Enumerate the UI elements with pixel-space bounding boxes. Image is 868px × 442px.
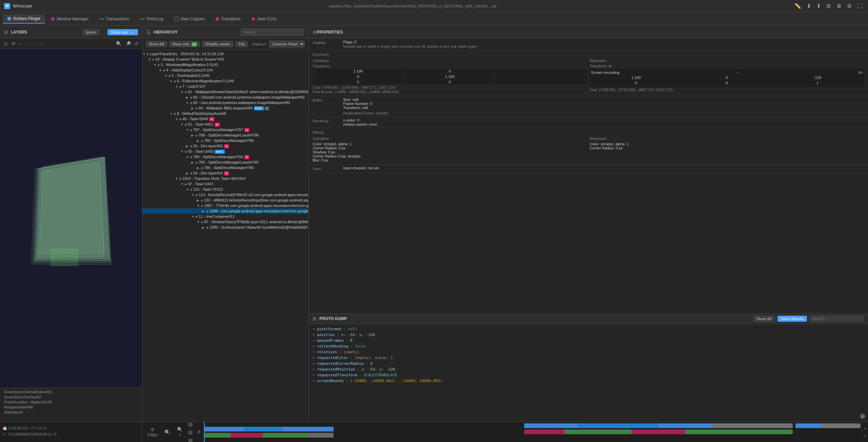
hierarchy-search-input[interactable] [241, 29, 304, 36]
flat-btn[interactable]: Flat [235, 41, 248, 47]
target-icon-btn[interactable]: ⊙ [3, 40, 9, 47]
timeline-nav: ‹ › [862, 422, 868, 442]
tree-node[interactable]: ▼◈1914 - Transition Root: Task=46#1914 [142, 176, 308, 181]
edit-btn[interactable]: ✏️ [793, 1, 803, 10]
tree-layer-icon: ◈ [190, 188, 193, 191]
tree-node[interactable]: ▼◈4 - HideDisplayCutout:0:1#4 [142, 67, 308, 73]
tree-node[interactable]: ▼◈81 - WallpaperWindowToken{fcfbcd7 toke… [142, 89, 308, 94]
proto-item: •requestedPosition:x: -54, y: -120 [313, 366, 864, 372]
upload-btn[interactable]: ⬆ [815, 1, 822, 10]
tree-node[interactable]: ▼◈49 - Task=2#49H [142, 116, 308, 122]
tree-layer-icon: ◈ [174, 79, 176, 83]
zoom-in-timeline-btn[interactable]: 🔍+ [175, 426, 185, 439]
zoom-out-timeline-btn[interactable]: 🔍- [163, 428, 173, 436]
displays-select[interactable]: Common Panel [269, 41, 305, 47]
tree-node[interactable]: ▼◈51 - Task=4#51H [142, 122, 308, 127]
tree-node[interactable]: ▼◈43 - Display 0 name="Built-in Screen"#… [142, 57, 308, 62]
filter-btn[interactable]: ⚙ Filter [144, 426, 161, 439]
tree-node[interactable]: ▶◈785 - SplitDecorManagerLeash#785 [142, 160, 308, 165]
tree-node[interactable]: ▶◈789 - SplitDecorManager#789 [142, 138, 308, 143]
tree-node[interactable]: ▶◈55 - Dim layer#55H [142, 143, 308, 149]
tree-label: 50 - Task=3#50 [188, 149, 213, 153]
layer-toggle-2[interactable]: ▤ [187, 428, 194, 436]
timeline-track-2[interactable] [523, 422, 794, 442]
tab-jank-cujs[interactable]: Jank CUJs [247, 15, 281, 23]
tree-node[interactable]: ▶◈788 - SplitDecorManagerLeash#788 [142, 132, 308, 138]
proto-show-defaults-btn[interactable]: Show defaults [777, 316, 807, 322]
ignore-btn[interactable]: Ignore [83, 29, 99, 35]
proto-info-icon[interactable]: ℹ [860, 414, 865, 419]
tree-node[interactable]: ▶◈786 - SplitDecorManager#786 [142, 165, 308, 170]
timeline-track[interactable] [203, 422, 523, 442]
tree-node[interactable]: ▼◈1887 - 77fdc4b com.google.android.apps… [142, 203, 308, 208]
proto-show-diff-btn[interactable]: Show diff [753, 316, 775, 322]
list-item[interactable]: ScreenDecorOverlayBottom#63 [0, 390, 142, 395]
tree-arrow: ▼ [175, 177, 179, 181]
proto-search-input[interactable] [810, 316, 864, 322]
expand-btn[interactable]: ⛶ [856, 2, 864, 10]
proto-item: •refreshPending:false [313, 343, 864, 349]
tree-node[interactable]: ▼◈7 - Leaf:0:1#7 [142, 84, 308, 89]
nav-prev-btn[interactable]: ‹ [864, 425, 867, 432]
zoom-in-btn[interactable]: 🔎 [124, 40, 132, 47]
tab-transitions[interactable]: Transitions [211, 15, 245, 23]
tree-node[interactable]: ▼◈3 - WindowedMagnification:0:31#3 [142, 62, 308, 67]
simplify-names-btn[interactable]: Simplify names [202, 41, 234, 47]
layer-toggle-1[interactable]: ▤ [187, 420, 194, 428]
download-btn[interactable]: ⬇ [805, 1, 812, 10]
proto-key: requestedColor [317, 356, 349, 360]
badge-h: H [224, 171, 229, 175]
tree-node[interactable]: ▼◈LayerTraceEntry - 2024-03-31, 14:31:05… [142, 51, 308, 57]
tree-node[interactable]: ▼◈784 - SplitDecorManager#784H [142, 154, 308, 160]
reset-timeline-btn[interactable]: ↺ [196, 428, 202, 436]
refresh-btn[interactable]: ↺ [133, 40, 139, 47]
tree-label: 788 - SplitDecorManagerLeash#788 [199, 133, 259, 137]
tree-node[interactable]: ▼◈83 - com.android.systemui.wallpapers.I… [142, 100, 308, 105]
tree-node[interactable]: ▶◈1895 - Surface{name=3baac60 InputMetho… [142, 225, 308, 230]
nav-next-btn[interactable]: › [864, 432, 867, 440]
zoom-out-btn[interactable]: 🔍 [115, 40, 123, 47]
tree-node[interactable]: ▼◈97 - WindowToken{7f78b6b type=2011 and… [142, 219, 308, 225]
proto-bullet: • [313, 350, 315, 354]
settings-btn[interactable]: ⚙ [846, 1, 853, 10]
monitor-btn[interactable]: 🖥 [835, 2, 843, 10]
show-diff-hierarchy-btn[interactable]: Show diff [146, 41, 167, 47]
list-item[interactable]: StatusBar#5 [0, 410, 142, 415]
tab-protolog[interactable]: ProtoLog [135, 15, 168, 23]
tree-node[interactable]: ▼◈47 - Task=1#47 [142, 181, 308, 187]
list-item[interactable]: NavigationBar0#80 [0, 405, 142, 410]
tree-node[interactable]: ▶◈1888 - com.google.android.apps.nexusla… [142, 208, 308, 214]
tree-node[interactable]: ▼◈11 - ImeContainer#11 [142, 214, 308, 219]
tab-surface-flinger[interactable]: Surface Flinger [3, 14, 45, 24]
timeline-track-3[interactable] [794, 422, 862, 442]
tree-node[interactable]: ▶◈82 - 181eabf com.android.systemui.wall… [142, 94, 308, 100]
timeline-timestamp: 📅 14:31:05.013 UTC+00:00 [3, 426, 139, 430]
tree-arrow: ▼ [180, 182, 184, 186]
eye-icon-btn[interactable]: 👁 [10, 40, 17, 47]
show-only-btn[interactable]: Show only V [107, 29, 138, 35]
tree-node[interactable]: ▼◈8 - DefaultTaskDisplayArea#8 [142, 111, 308, 116]
tree-node[interactable]: ▶◈54 - Dim layer#54H [142, 170, 308, 176]
list-item[interactable]: ScreenDecorOverlay#62 [0, 395, 142, 400]
grid-btn[interactable]: ⊞ [825, 1, 832, 10]
tree-node[interactable]: ▶◈132 - d886913 ActivityRecordInputSink … [142, 197, 308, 203]
tab-window-manager[interactable]: Window Manager [46, 15, 93, 23]
layer-toggle-3[interactable]: ▤ [187, 437, 194, 442]
tree-node[interactable]: ▼◈6 - FullscreenMagnification:0:12#6 [142, 78, 308, 84]
tree-node[interactable]: ▼◈122 - Task=7#122 [142, 187, 308, 192]
show-only-hierarchy-btn[interactable]: Show only V [169, 41, 200, 47]
proto-key: screenBounds [317, 379, 344, 383]
layers-header: ⊞ LAYERS Ignore Show only V [0, 26, 142, 39]
tree-node[interactable]: ▼◈50 - Task=3#50HWC [142, 149, 308, 154]
tree-node[interactable]: ▼◈787 - SplitDecorManager#787H [142, 127, 308, 132]
tree-node[interactable]: ▶◈84 - Wallpaper BBQ wrapper#84HWCV [142, 105, 308, 111]
tree-node[interactable]: ▼◈5 - OneHanded:0:1#45 [142, 73, 308, 78]
tree-node[interactable]: ▼◈123 - ActivityRecord{4788c02 u0 com.go… [142, 192, 308, 197]
tree-layer-icon: ◈ [163, 68, 165, 72]
tree-layer-icon: ◈ [184, 182, 187, 186]
copy-ns-btn[interactable]: ⎘ [53, 431, 57, 438]
tab-view-capture[interactable]: View Capture [170, 15, 210, 23]
tab-transactions[interactable]: Transactions [95, 15, 134, 23]
list-item[interactable]: PointerLocation - display 0#136 [0, 400, 142, 405]
proto-item: •pixelFormat:null [313, 326, 864, 332]
